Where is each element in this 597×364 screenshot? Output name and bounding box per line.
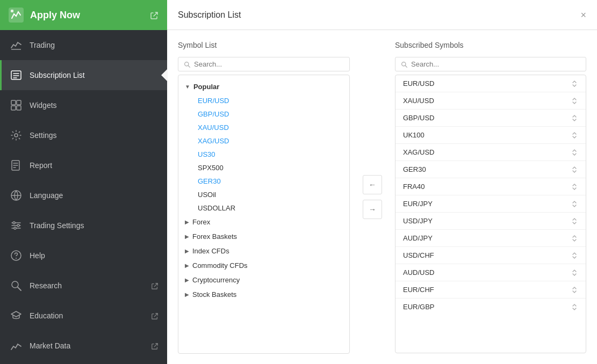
cryptocurrency-arrow-icon: ▶ — [185, 277, 189, 283]
subscribed-item: UK100 — [395, 127, 586, 144]
sort-arrows-0[interactable] — [571, 80, 578, 88]
symbol-search-box[interactable] — [178, 57, 350, 71]
sidebar-nav: Trading Subscription List Widgets Settin… — [0, 30, 167, 361]
sidebar-item-education[interactable]: Education — [0, 301, 167, 331]
sort-arrows-6[interactable] — [571, 183, 578, 191]
sidebar-header[interactable]: Apply Now — [0, 0, 167, 30]
subscribed-item-name: EUR/GBP — [403, 303, 571, 311]
symbol-usoil[interactable]: USOil — [191, 188, 349, 201]
sort-arrows-12[interactable] — [571, 286, 578, 294]
sort-arrows-5[interactable] — [571, 166, 578, 173]
settings-icon — [10, 129, 22, 141]
sidebar-item-language-label: Language — [30, 191, 63, 200]
symbol-search-icon — [184, 60, 191, 68]
research-link-icon[interactable] — [151, 281, 159, 290]
market-data-link-icon[interactable] — [151, 341, 159, 350]
main-content: Subscription List × Symbol List ▼ Popul — [167, 0, 597, 364]
sidebar-item-settings[interactable]: Settings — [0, 120, 167, 150]
education-link-icon[interactable] — [151, 311, 159, 320]
symbol-ger30[interactable]: GER30 — [191, 174, 349, 188]
sidebar-item-report[interactable]: Report — [0, 150, 167, 180]
language-icon — [10, 190, 22, 201]
subscribed-panel: EUR/USD XAU/USD GBP/USD UK100 — [395, 75, 586, 353]
symbol-xauusd[interactable]: XAU/USD — [191, 121, 349, 134]
sidebar-item-trading-settings[interactable]: Trading Settings — [0, 210, 167, 241]
subscription-icon — [10, 69, 22, 81]
sort-arrows-13[interactable] — [571, 303, 578, 311]
symbol-list-panel-wrapper: Symbol List ▼ Popular EUR/USD — [178, 41, 350, 353]
svg-point-18 — [17, 224, 19, 227]
sidebar-item-language[interactable]: Language — [0, 180, 167, 210]
sort-arrows-8[interactable] — [571, 217, 578, 225]
sort-arrows-10[interactable] — [571, 252, 578, 259]
subscribed-search-input[interactable] — [411, 60, 580, 68]
symbol-search-input[interactable] — [194, 60, 344, 68]
stock-baskets-arrow-icon: ▶ — [185, 292, 189, 297]
modal-title: Subscription List — [178, 10, 241, 20]
symbol-gbpusd[interactable]: GBP/USD — [191, 107, 349, 121]
commodity-cfds-group[interactable]: ▶ Commodity CFDs — [178, 258, 349, 273]
sidebar: Apply Now Trading Subscription List Widg… — [0, 0, 167, 364]
report-icon — [10, 159, 22, 171]
transfer-buttons: ← → — [361, 41, 384, 353]
subscribed-item: GER30 — [395, 161, 586, 178]
svg-rect-6 — [11, 100, 16, 105]
symbol-xagusd[interactable]: XAG/USD — [191, 134, 349, 148]
forex-group[interactable]: ▶ Forex — [178, 215, 349, 229]
sort-arrows-3[interactable] — [571, 132, 578, 139]
subscribed-item-name: EUR/JPY — [403, 200, 571, 208]
sort-arrows-9[interactable] — [571, 235, 578, 242]
popular-arrow-icon: ▼ — [185, 84, 190, 90]
symbol-eurusd[interactable]: EUR/USD — [191, 94, 349, 107]
transfer-left-button[interactable]: ← — [363, 175, 382, 194]
stock-baskets-group-label: Stock Baskets — [192, 290, 236, 299]
sidebar-item-trading-settings-label: Trading Settings — [30, 221, 84, 230]
stock-baskets-group[interactable]: ▶ Stock Baskets — [178, 287, 349, 302]
index-cfds-group-label: Index CFDs — [192, 247, 229, 255]
sort-arrows-2[interactable] — [571, 114, 578, 122]
svg-point-19 — [14, 227, 16, 229]
subscribed-item: XAG/USD — [395, 144, 586, 161]
cryptocurrency-group-label: Cryptocurrency — [192, 276, 240, 284]
subscribed-item-name: GER30 — [403, 165, 571, 173]
symbol-us30[interactable]: US30 — [191, 148, 349, 161]
svg-point-17 — [13, 222, 15, 224]
sidebar-item-research[interactable]: Research — [0, 271, 167, 301]
sidebar-item-trading[interactable]: Trading — [0, 30, 167, 60]
modal-close-button[interactable]: × — [580, 10, 586, 20]
subscribed-item: USD/JPY — [395, 213, 586, 230]
app-logo-icon — [9, 8, 24, 23]
subscribed-search-box[interactable] — [395, 57, 586, 71]
symbol-list-panel: ▼ Popular EUR/USD GBP/USD XAU/USD XAG/US… — [178, 75, 350, 354]
subscribed-item-name: XAG/USD — [403, 148, 571, 156]
sidebar-item-subscription-list[interactable]: Subscription List — [0, 60, 167, 90]
sort-arrows-4[interactable] — [571, 149, 578, 156]
forex-baskets-group[interactable]: ▶ Forex Baskets — [178, 229, 349, 244]
subscribed-item: GBP/USD — [395, 110, 586, 127]
sidebar-item-widgets[interactable]: Widgets — [0, 90, 167, 120]
sort-arrows-7[interactable] — [571, 200, 578, 208]
symbol-usdollar[interactable]: USDOLLAR — [191, 201, 349, 215]
sidebar-item-trading-label: Trading — [30, 41, 55, 49]
header-link-icon[interactable] — [150, 10, 159, 20]
subscribed-item: AUD/USD — [395, 264, 586, 281]
sort-arrows-11[interactable] — [571, 269, 578, 276]
market-data-icon — [10, 340, 22, 352]
index-cfds-group[interactable]: ▶ Index CFDs — [178, 244, 349, 258]
popular-group: ▼ Popular EUR/USD GBP/USD XAU/USD XAG/US… — [178, 79, 349, 215]
subscribed-item: USD/CHF — [395, 247, 586, 264]
subscribed-item: EUR/JPY — [395, 195, 586, 213]
sidebar-item-help[interactable]: Help — [0, 241, 167, 271]
index-cfds-arrow-icon: ▶ — [185, 248, 189, 254]
sidebar-item-help-label: Help — [30, 251, 45, 260]
sort-arrows-1[interactable] — [571, 97, 578, 105]
symbol-list-title: Symbol List — [178, 41, 350, 54]
subscribed-item: AUD/JPY — [395, 230, 586, 247]
help-icon — [10, 250, 22, 261]
popular-group-header[interactable]: ▼ Popular — [178, 79, 349, 94]
symbol-spx500[interactable]: SPX500 — [191, 161, 349, 174]
sidebar-item-market-data[interactable]: Market Data — [0, 331, 167, 361]
cryptocurrency-group[interactable]: ▶ Cryptocurrency — [178, 273, 349, 287]
transfer-right-button[interactable]: → — [363, 200, 382, 219]
commodity-cfds-arrow-icon: ▶ — [185, 263, 189, 268]
